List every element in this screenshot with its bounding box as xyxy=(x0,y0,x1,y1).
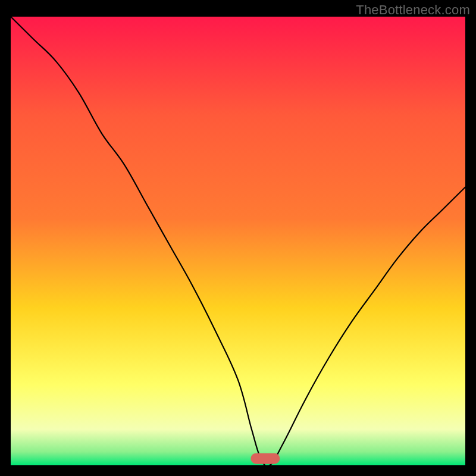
plot-area xyxy=(11,17,465,465)
gradient-background xyxy=(11,17,465,465)
watermark-text: TheBottleneck.com xyxy=(356,2,470,18)
chart-frame: TheBottleneck.com xyxy=(0,0,476,476)
optimal-marker xyxy=(250,453,280,464)
bottleneck-chart xyxy=(11,17,465,465)
